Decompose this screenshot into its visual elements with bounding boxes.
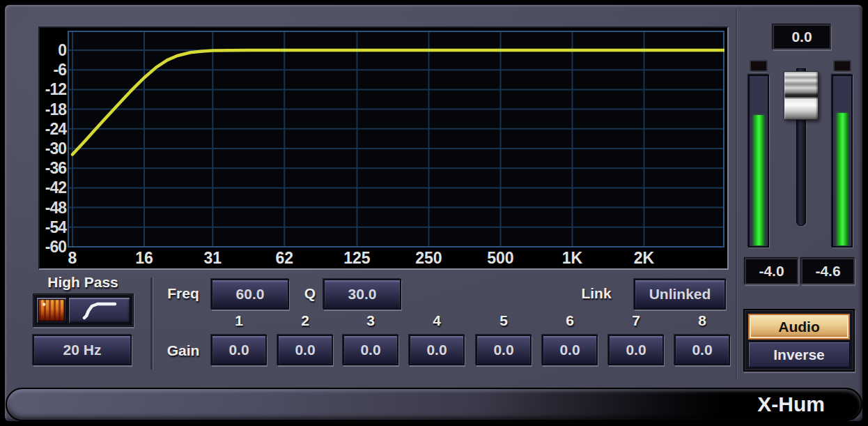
inverse-mode-button[interactable]: Inverse [748, 342, 850, 367]
band-1-number: 1 [211, 312, 267, 329]
q-value[interactable]: 30.0 [323, 279, 401, 310]
controls-divider [150, 277, 153, 370]
y-axis-tick--30: -30 [40, 139, 66, 158]
frequency-response-panel: 0-6-12-18-24-30-36-42-48-54-60 816316212… [38, 26, 729, 270]
meter-right-readout[interactable]: -4.6 [801, 258, 855, 284]
output-fader-handle[interactable] [784, 71, 819, 120]
band-7-gain-value[interactable]: 0.0 [608, 335, 664, 365]
band-5-gain-value[interactable]: 0.0 [476, 335, 532, 365]
band-8-number: 8 [674, 312, 730, 329]
x-axis-tick-250: 250 [404, 250, 453, 266]
y-axis-tick--54: -54 [40, 218, 66, 236]
band-5-number: 5 [476, 312, 532, 329]
plugin-title-bar: X-Hum [6, 388, 862, 421]
x-axis-tick-1K: 1K [548, 250, 596, 266]
y-axis-tick--42: -42 [40, 178, 66, 197]
band-2-gain-value[interactable]: 0.0 [277, 335, 333, 365]
x-axis-tick-500: 500 [476, 250, 525, 266]
y-axis-tick--24: -24 [40, 120, 66, 138]
q-label: Q [298, 283, 322, 304]
output-fader-readout[interactable]: 0.0 [773, 24, 831, 50]
band-7-number: 7 [608, 312, 664, 329]
high-pass-power-button[interactable] [36, 297, 67, 324]
y-axis-tick--36: -36 [40, 159, 66, 177]
band-6-number: 6 [542, 312, 598, 329]
high-pass-filter-type-button[interactable] [68, 297, 130, 324]
frequency-response-plot [68, 31, 724, 248]
plugin-title: X-Hum [757, 393, 861, 416]
y-axis-tick--18: -18 [40, 100, 66, 119]
y-axis-tick-0: 0 [40, 41, 66, 59]
meter-right-level [837, 113, 848, 245]
band-2-number: 2 [277, 312, 333, 329]
x-axis-tick-62: 62 [260, 250, 309, 266]
section-divider [736, 10, 737, 379]
freq-value[interactable]: 60.0 [211, 279, 289, 310]
high-pass-button-group [33, 294, 134, 327]
x-hum-plugin-window: 0-6-12-18-24-30-36-42-48-54-60 816316212… [0, 0, 868, 426]
band-8-gain-value[interactable]: 0.0 [674, 335, 730, 365]
band-6-gain-value[interactable]: 0.0 [542, 335, 598, 365]
output-meter-right [832, 75, 853, 248]
y-axis-tick--6: -6 [40, 61, 66, 79]
band-3-number: 3 [343, 312, 398, 329]
analog-power-icon [38, 299, 65, 321]
clip-indicator-right[interactable] [833, 60, 851, 72]
x-axis-tick-8: 8 [48, 250, 97, 266]
x-axis-tick-2K: 2K [619, 250, 668, 266]
high-pass-response-20Hz-curve [72, 50, 724, 155]
band-4-gain-value[interactable]: 0.0 [409, 335, 465, 365]
band-1-gain-value[interactable]: 0.0 [211, 335, 267, 365]
freq-label: Freq [159, 283, 208, 304]
band-3-gain-value[interactable]: 0.0 [343, 335, 398, 365]
meter-left-level [753, 115, 764, 245]
high-pass-curve-icon [79, 301, 121, 320]
x-axis-tick-125: 125 [332, 250, 381, 266]
gain-label: Gain [159, 340, 208, 361]
link-label: Link [574, 283, 619, 304]
band-4-number: 4 [409, 312, 465, 329]
monitor-mode-group: Audio Inverse [743, 309, 855, 372]
meter-left-readout[interactable]: -4.0 [745, 258, 798, 284]
high-pass-frequency-value[interactable]: 20 Hz [33, 335, 132, 365]
frequency-response-svg [68, 31, 724, 248]
x-axis-tick-31: 31 [188, 250, 237, 266]
audio-mode-button[interactable]: Audio [748, 314, 850, 340]
link-value[interactable]: Unlinked [634, 279, 726, 310]
y-axis-tick--48: -48 [40, 199, 66, 217]
clip-indicator-left[interactable] [750, 60, 768, 72]
x-axis-tick-16: 16 [120, 250, 169, 266]
y-axis-tick--12: -12 [40, 80, 66, 98]
high-pass-title: High Pass [33, 273, 132, 291]
output-meter-left [748, 75, 769, 248]
